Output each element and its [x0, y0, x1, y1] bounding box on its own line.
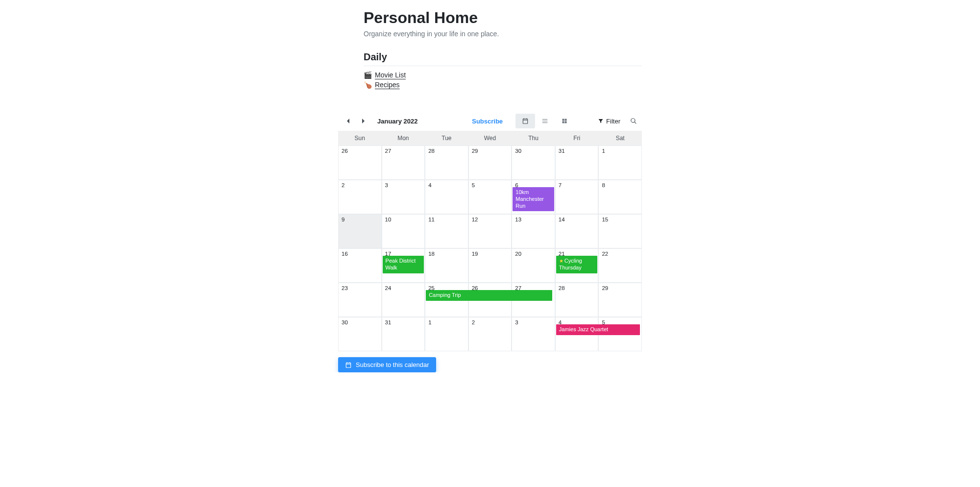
calendar-day-cell[interactable]: 24: [382, 283, 425, 317]
calendar-day-cell[interactable]: 18: [425, 248, 468, 283]
daily-link-label[interactable]: Movie List: [375, 71, 406, 79]
date-number: 3: [512, 317, 555, 327]
day-header: Sat: [598, 131, 642, 146]
calendar-day-cell[interactable]: 27: [382, 146, 425, 180]
date-number: 1: [425, 317, 468, 327]
list-icon: [541, 118, 548, 124]
calendar-header-row: SunMonTueWedThuFriSat: [338, 131, 642, 146]
search-button[interactable]: [630, 118, 637, 124]
calendar-day-cell[interactable]: 23: [338, 283, 382, 317]
daily-link-movie[interactable]: 🎬 Movie List: [364, 71, 642, 79]
date-number: 29: [599, 283, 641, 293]
event-title: 10km Manchester Run: [515, 189, 543, 209]
calendar-day-cell[interactable]: 30: [512, 146, 555, 180]
calendar-day-cell[interactable]: 10: [382, 214, 425, 248]
date-number: 11: [425, 215, 468, 224]
list-view-button[interactable]: [535, 114, 555, 128]
prev-month-button[interactable]: [343, 116, 354, 126]
calendar-day-cell[interactable]: 31: [555, 146, 599, 180]
date-number: 27: [382, 146, 425, 156]
calendar-day-cell[interactable]: 8: [598, 180, 642, 214]
filter-button[interactable]: Filter: [598, 118, 620, 125]
date-number: 4: [425, 180, 468, 190]
daily-link-recipes[interactable]: 🍗 Recipes: [364, 81, 642, 89]
calendar-day-cell[interactable]: 7: [555, 180, 599, 214]
date-number: 1: [599, 146, 641, 156]
date-number: 29: [469, 146, 512, 156]
calendar-event[interactable]: 10km Manchester Run: [513, 187, 554, 211]
calendar-event[interactable]: Peak District Walk: [383, 256, 424, 273]
calendar-day-cell[interactable]: 4: [425, 180, 468, 214]
calendar-view-button[interactable]: [515, 114, 535, 128]
date-number: 5: [469, 180, 512, 190]
grid-icon: [562, 118, 567, 124]
month-label: January 2022: [377, 118, 417, 125]
calendar-day-cell[interactable]: 28: [555, 283, 599, 317]
calendar-day-cell[interactable]: 19: [468, 248, 512, 283]
calendar-day-cell[interactable]: 29: [468, 146, 512, 180]
calendar-day-cell[interactable]: 20: [512, 248, 555, 283]
page-title: Personal Home: [364, 9, 642, 27]
calendar-day-cell[interactable]: 17Peak District Walk: [382, 248, 425, 283]
calendar-day-cell[interactable]: 22: [598, 248, 642, 283]
date-number: 22: [599, 249, 641, 259]
calendar-day-cell[interactable]: 14: [555, 214, 599, 248]
calendar-event[interactable]: ★Cycling Thursday: [556, 256, 598, 273]
calendar-day-cell[interactable]: 3: [382, 180, 425, 214]
subscribe-link[interactable]: Subscribe: [472, 118, 503, 125]
calendar-event[interactable]: Camping Trip: [426, 290, 552, 301]
date-number: 15: [599, 215, 641, 224]
filter-icon: [598, 118, 604, 124]
day-header: Mon: [382, 131, 425, 146]
date-number: 20: [512, 249, 555, 259]
calendar-day-cell[interactable]: 5: [468, 180, 512, 214]
calendar-day-cell[interactable]: 9: [338, 214, 382, 248]
date-number: 13: [512, 215, 555, 224]
date-number: 30: [339, 317, 381, 327]
date-number: 31: [382, 317, 425, 327]
view-toggle-group: [515, 114, 574, 128]
calendar-grid: 26272829303112345610km Manchester Run789…: [338, 146, 642, 351]
calendar-day-cell[interactable]: 12: [468, 214, 512, 248]
calendar-day-cell[interactable]: 26: [338, 146, 382, 180]
subscribe-calendar-button[interactable]: Subscribe to this calendar: [338, 357, 436, 372]
grid-view-button[interactable]: [555, 114, 574, 128]
date-number: 28: [556, 283, 598, 293]
next-month-button[interactable]: [358, 116, 368, 126]
calendar-panel: January 2022 Subscribe Filter: [338, 111, 642, 372]
event-title: Camping Trip: [429, 292, 461, 298]
calendar-day-cell[interactable]: 21★Cycling Thursday: [555, 248, 599, 283]
calendar-event[interactable]: Jamies Jazz Quartet: [556, 324, 640, 335]
calendar-day-cell[interactable]: 2: [468, 317, 512, 351]
calendar-day-cell[interactable]: 1: [425, 317, 468, 351]
date-number: 31: [556, 146, 598, 156]
daily-section-title: Daily: [364, 51, 642, 63]
calendar-day-cell[interactable]: 1: [598, 146, 642, 180]
calendar-day-cell[interactable]: 15: [598, 214, 642, 248]
calendar-day-cell[interactable]: 2: [338, 180, 382, 214]
daily-link-label[interactable]: Recipes: [375, 81, 400, 89]
calendar-icon: [522, 118, 529, 124]
calendar-day-cell[interactable]: 3: [512, 317, 555, 351]
date-number: 16: [339, 249, 381, 259]
calendar-day-cell[interactable]: 16: [338, 248, 382, 283]
date-number: 10: [382, 215, 425, 224]
calendar-day-cell[interactable]: 30: [338, 317, 382, 351]
calendar-day-cell[interactable]: 28: [425, 146, 468, 180]
calendar-day-cell[interactable]: 11: [425, 214, 468, 248]
calendar-day-cell[interactable]: 29: [598, 283, 642, 317]
date-number: 30: [512, 146, 555, 156]
date-number: 14: [556, 215, 598, 224]
date-number: 2: [469, 317, 512, 327]
calendar-day-cell[interactable]: 31: [382, 317, 425, 351]
calendar-day-cell[interactable]: 13: [512, 214, 555, 248]
date-number: 7: [556, 180, 598, 190]
date-number: 23: [339, 283, 381, 293]
filter-label: Filter: [606, 118, 620, 125]
calendar-day-cell[interactable]: 25Camping Trip: [425, 283, 468, 317]
calendar-day-cell[interactable]: 4Jamies Jazz Quartet: [555, 317, 599, 351]
chevron-right-icon: [361, 118, 365, 124]
calendar-toolbar: January 2022 Subscribe Filter: [338, 111, 642, 131]
clapper-icon: 🎬: [364, 71, 372, 79]
calendar-day-cell[interactable]: 610km Manchester Run: [512, 180, 555, 214]
